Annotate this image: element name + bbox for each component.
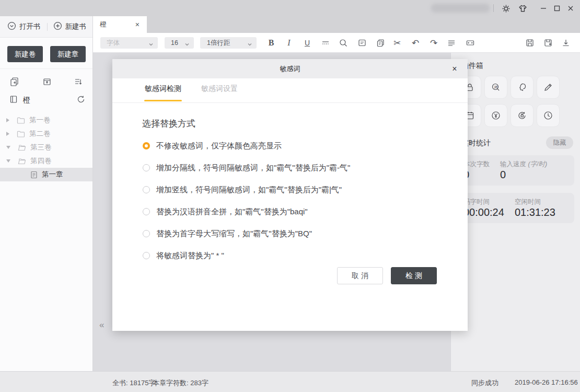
save-all-icon[interactable] [542, 37, 554, 49]
radio-selected-icon[interactable] [143, 142, 150, 149]
open-book-icon [7, 21, 16, 32]
option-highlight-only[interactable]: 不修改敏感词，仅字体颜色高亮显示 [143, 141, 282, 151]
folder-open-icon [18, 157, 26, 165]
sort-list-icon[interactable] [72, 75, 85, 88]
new-chapter-button[interactable]: 新建章 [50, 46, 86, 62]
cut-scissors-icon[interactable]: ✂ [391, 37, 403, 49]
clock-icon[interactable] [537, 104, 560, 127]
minimize-icon[interactable] [538, 3, 549, 14]
cancel-button[interactable]: 取 消 [337, 267, 383, 284]
open-book-button[interactable]: 打开书 [7, 21, 41, 32]
radio-icon[interactable] [143, 208, 150, 215]
option-label: 增加竖线，符号间隔敏感词，如"霸气"替换后为"霸|气" [156, 185, 342, 195]
tree-item-volume2[interactable]: 第二卷 [0, 127, 92, 141]
line-height-select[interactable]: 1倍行距 [200, 37, 257, 49]
option-label: 增加分隔线，符号间隔敏感词，如"霸气"替换后为"霸-气" [156, 163, 350, 173]
sensitive-words-modal: 敏感词 × 敏感词检测 敏感词设置 选择替换方式 不修改敏感词，仅字体颜色高亮显… [112, 59, 468, 331]
font-size-value: 16 [171, 39, 178, 47]
modal-title: 敏感词 [280, 64, 300, 74]
sidebar-book-actions: 打开书 新建书 [0, 16, 92, 38]
current-book-row[interactable]: 橙 [0, 93, 92, 108]
word-search-icon[interactable]: 词 [484, 76, 507, 99]
sync-status: 同步成功 [471, 378, 498, 388]
book-name: 橙 [23, 96, 77, 105]
modal-close-icon[interactable]: × [449, 64, 460, 74]
pencil-icon[interactable] [537, 76, 560, 99]
tree-item-label: 第三卷 [30, 143, 52, 152]
tab-sensitive-settings[interactable]: 敏感词设置 [201, 84, 238, 94]
new-book-label: 新建书 [65, 22, 87, 31]
option-pinyin-full[interactable]: 替换为汉语拼音全拼，如"霸气"替换为"baqi" [143, 206, 308, 217]
archive-up-icon[interactable] [40, 75, 54, 88]
money-yen-icon[interactable] [484, 104, 507, 127]
collapse-sidebar-icon[interactable]: « [99, 320, 102, 330]
redo-icon[interactable]: ↷ [428, 37, 439, 49]
undo-icon[interactable]: ↶ [410, 37, 421, 49]
modal-tabs-divider [112, 102, 468, 103]
replace-mode-section-title: 选择替换方式 [142, 118, 195, 130]
copy-icon[interactable] [375, 37, 386, 49]
new-book-button[interactable]: 新建书 [53, 21, 87, 32]
auto-lock-icon[interactable] [511, 104, 533, 127]
radio-icon[interactable] [143, 186, 150, 193]
tree-item-volume3[interactable]: 第三卷 [0, 141, 92, 154]
radio-icon[interactable] [143, 230, 150, 237]
stat-label: 输入速度 (字/时) [500, 160, 547, 169]
chevron-down-icon [185, 41, 189, 45]
caret-right-icon[interactable] [6, 118, 9, 122]
chapter-char-count: 本章字符数: 283字 [153, 378, 208, 388]
theme-shirt-icon[interactable] [517, 3, 528, 14]
export-download-icon[interactable] [560, 37, 572, 49]
option-asterisk[interactable]: 将敏感词替换为" * " [143, 250, 224, 261]
titlebar-divider [493, 4, 494, 12]
tree-item-chapter1-selected[interactable]: 第一章 [0, 168, 92, 181]
option-pipe-separator[interactable]: 增加竖线，符号间隔敏感词，如"霸气"替换后为"霸|气" [143, 185, 342, 195]
tab-sensitive-detect[interactable]: 敏感词检测 [145, 84, 181, 94]
stats-card-time: 码字时间 00:00:24 空闲时间 01:31:23 [457, 193, 574, 223]
character-icon[interactable] [511, 76, 533, 99]
settings-gear-icon[interactable] [500, 3, 512, 14]
typewriter-mode-icon[interactable] [465, 37, 476, 49]
close-window-icon[interactable] [565, 3, 576, 14]
tree-item-label: 第一卷 [29, 116, 51, 125]
caret-right-icon[interactable] [6, 132, 9, 136]
caret-down-icon[interactable] [6, 159, 10, 163]
chevron-down-icon [149, 41, 153, 45]
underline-icon[interactable]: U [301, 37, 313, 49]
maximize-icon[interactable] [551, 3, 563, 14]
italic-icon[interactable]: I [283, 37, 295, 49]
dashed-underline-icon[interactable] [320, 37, 331, 49]
tab-document[interactable]: 橙 × [93, 16, 147, 33]
option-label: 替换为汉语拼音全拼，如"霸气"替换为"baqi" [156, 207, 308, 217]
annotation-icon[interactable] [356, 37, 368, 49]
editor-toolbar: 字体 16 1倍行距 B I U ✂ ↶ ↷ [93, 33, 580, 53]
font-family-value: 字体 [107, 39, 120, 48]
option-initials[interactable]: 替换为首字母大写缩写，如"霸气"替换为"BQ" [143, 228, 312, 239]
font-size-select[interactable]: 16 [165, 37, 194, 49]
tab-close-icon[interactable]: × [135, 20, 140, 29]
font-family-select[interactable]: 字体 [100, 37, 158, 49]
hide-stats-button[interactable]: 隐藏 [546, 136, 573, 149]
tree-item-volume1[interactable]: 第一卷 [0, 113, 92, 127]
stats-card-words: 本次字数 0 输入速度 (字/时) 0 [457, 155, 574, 186]
sidebar-toolbar [0, 74, 92, 90]
search-icon[interactable] [338, 37, 349, 49]
caret-down-icon[interactable] [6, 146, 10, 149]
add-page-icon[interactable] [8, 75, 21, 88]
option-dash-separator[interactable]: 增加分隔线，符号间隔敏感词，如"霸气"替换后为"霸-气" [143, 163, 350, 173]
option-label: 不修改敏感词，仅字体颜色高亮显示 [156, 141, 282, 151]
option-label: 将敏感词替换为" * " [156, 251, 224, 261]
radio-icon[interactable] [143, 252, 150, 259]
tree-item-volume4[interactable]: 第四卷 [0, 154, 92, 168]
detect-button[interactable]: 检 测 [391, 267, 437, 284]
stat-label: 空闲时间 [515, 198, 541, 206]
bold-icon[interactable]: B [265, 37, 277, 49]
sidebar: 打开书 新建书 新建卷 新建章 橙 [0, 16, 93, 371]
right-panel: 插件箱 词 实时统计 隐藏 本次字数 0 输入速度 (字/时) 0 码字时间 0… [450, 53, 580, 371]
radio-icon[interactable] [143, 164, 150, 171]
align-icon[interactable] [446, 37, 457, 49]
sync-refresh-icon[interactable] [77, 95, 85, 106]
sidebar-top-divider [47, 23, 48, 31]
save-icon[interactable] [524, 37, 536, 49]
new-volume-button[interactable]: 新建卷 [7, 46, 43, 62]
